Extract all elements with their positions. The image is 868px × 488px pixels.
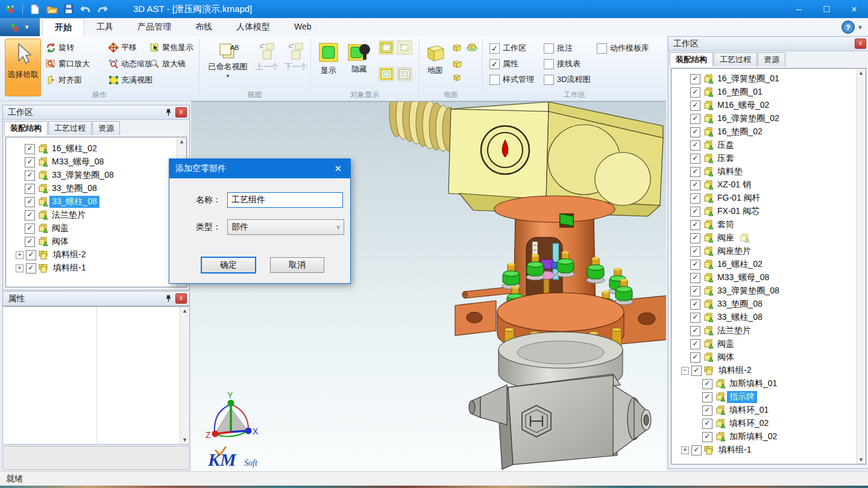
tree-item[interactable]: ✓16_弹簧垫圈_02 (673, 112, 864, 125)
tree-item[interactable]: ✓M16_螺母_02 (673, 99, 864, 112)
tree-item-label[interactable]: M33_螺母_08 (715, 272, 772, 284)
pin-icon[interactable] (163, 294, 173, 304)
tree-item[interactable]: ✓33_螺柱_08 (7, 195, 185, 208)
checkbox-icon[interactable] (544, 75, 554, 85)
tree-item-checkbox[interactable]: ✓ (702, 419, 712, 429)
fit-view-button[interactable]: 充满视图 (108, 74, 153, 87)
ground-small-1-button[interactable] (452, 41, 462, 54)
tree-item[interactable]: ✓法兰垫片 (7, 208, 185, 222)
align-face-button[interactable]: 对齐面 (46, 74, 82, 87)
named-views-button[interactable]: AB 已命名视图 ▼ (204, 39, 252, 95)
workspace-toggle-6[interactable]: 3D流程图 (544, 74, 591, 86)
tree-item-checkbox[interactable]: ✓ (690, 220, 700, 230)
tree-item-checkbox[interactable]: ✓ (690, 87, 700, 98)
dialog-close-icon[interactable]: ✕ (332, 163, 344, 174)
focus-display-button[interactable]: 聚焦显示 (149, 41, 193, 54)
panel-tab-3[interactable]: 资源 (92, 121, 120, 135)
tree-item-checkbox[interactable]: ✓ (690, 286, 700, 296)
tree-item-checkbox[interactable]: ✓ (690, 352, 700, 363)
tree-item-label[interactable]: 加斯填料_02 (727, 431, 779, 443)
tree-item-label[interactable]: 填料环_01 (727, 404, 771, 416)
panel-tab-1[interactable]: 装配结构 (4, 121, 48, 135)
tree-item-checkbox[interactable]: ✓ (691, 445, 702, 455)
tree-item-label[interactable]: FX-01 阀芯 (715, 205, 762, 217)
tree-item-checkbox[interactable]: ✓ (25, 197, 35, 207)
magnifier-button[interactable]: 放大镜 (149, 57, 186, 70)
dynamic-zoom-button[interactable]: 动态缩放 (108, 57, 153, 70)
cancel-button[interactable]: 取消 (270, 257, 324, 273)
close-panel-button[interactable]: x (175, 293, 187, 304)
application-menu-button[interactable]: ▼ (0, 18, 40, 36)
tree-item-checkbox[interactable]: ✓ (25, 210, 35, 221)
tree-item-label[interactable]: 加斯填料_01 (727, 378, 779, 390)
tree-item-checkbox[interactable]: ✓ (690, 326, 700, 336)
workspace-toggle-3[interactable]: 样式管理 (489, 74, 534, 86)
tree-item-checkbox[interactable]: ✓ (25, 170, 35, 181)
tree-item-checkbox[interactable]: ✓ (25, 224, 35, 234)
tree-item[interactable]: ✓阀座 (673, 231, 864, 245)
tree-item[interactable]: ✓阀体 (673, 351, 864, 364)
tree-item-label[interactable]: 33_螺柱_08 (49, 196, 99, 208)
tree-item-checkbox[interactable]: ✓ (690, 180, 700, 190)
close-button[interactable]: ✕ (840, 0, 868, 18)
tree-item[interactable]: +✓填料组-1 (7, 261, 185, 275)
scroll-down-icon[interactable]: ▼ (858, 455, 864, 464)
workspace-toggle-1[interactable]: ✓工作区 (489, 42, 526, 54)
undo-icon[interactable] (79, 3, 92, 15)
tree-item-label[interactable]: 填料环_02 (727, 418, 771, 430)
ribbon-tab-6[interactable]: Web (282, 18, 324, 36)
tree-item-label[interactable]: 阀盖 (715, 338, 737, 350)
tree-item-label[interactable]: 阀盖 (49, 222, 71, 234)
tree-item-checkbox[interactable]: ✓ (702, 432, 712, 442)
tree-item-label[interactable]: XZ-01 销 (715, 179, 753, 191)
ribbon-tab-5[interactable]: 人体模型 (224, 18, 282, 36)
tree-item-label[interactable]: 填料组-1 (51, 262, 88, 274)
display-option-2-button[interactable] (397, 41, 412, 54)
tree-item-label[interactable]: 16_螺柱_02 (715, 258, 765, 271)
tree-item-checkbox[interactable]: ✓ (25, 157, 35, 167)
checkbox-icon[interactable] (544, 59, 554, 69)
type-select[interactable]: 部件 ˅ (227, 219, 344, 235)
tree-item-label[interactable]: 指示牌 (727, 391, 757, 403)
tree-item-label[interactable]: 压盘 (715, 139, 737, 151)
tree-item-checkbox[interactable]: ✓ (690, 207, 700, 217)
tree-item-checkbox[interactable]: ✓ (702, 379, 712, 389)
tree-item[interactable]: +✓填料组-2 (7, 248, 185, 261)
tree-item[interactable]: ✓XZ-01 销 (673, 178, 864, 192)
ribbon-tab-1[interactable]: 开始 (42, 18, 84, 36)
expand-icon[interactable]: + (681, 446, 689, 454)
tree-item[interactable]: ✓16_螺柱_02 (7, 142, 185, 155)
checkbox-icon[interactable]: ✓ (489, 43, 500, 54)
tree-item[interactable]: −✓填料组-2 (673, 364, 864, 377)
tree-item[interactable]: ✓M33_螺母_08 (673, 271, 864, 284)
tree-item[interactable]: ✓压套 (673, 152, 864, 165)
tree-item[interactable]: ✓M33_螺母_08 (7, 155, 185, 169)
tree-scrollbar[interactable]: ▲▼ (856, 69, 866, 464)
tree-item-checkbox[interactable]: ✓ (26, 250, 36, 260)
tree-item[interactable]: ✓阀座垫片 (673, 245, 864, 258)
tree-item-checkbox[interactable]: ✓ (690, 167, 700, 177)
tree-item-label[interactable]: 压套 (715, 152, 737, 164)
tree-item-checkbox[interactable]: ✓ (690, 154, 700, 164)
tree-item[interactable]: ✓33_螺柱_08 (673, 311, 864, 324)
rotate-button[interactable]: 旋转 (46, 41, 74, 54)
tree-item-checkbox[interactable]: ✓ (690, 101, 700, 111)
tree-item-checkbox[interactable]: ✓ (25, 144, 35, 154)
select-pick-button[interactable]: 选择拾取 (5, 39, 41, 96)
show-button[interactable]: 显示 (315, 39, 342, 95)
tree-item-checkbox[interactable]: ✓ (25, 237, 35, 247)
new-file-icon[interactable] (28, 3, 42, 15)
tree-item[interactable]: ✓阀盖 (7, 222, 185, 235)
workspace-toggle-7[interactable]: 动作模板库 (597, 42, 649, 54)
ok-button[interactable]: 确定 (201, 257, 256, 274)
display-option-1-button[interactable] (379, 41, 394, 54)
tree-item-checkbox[interactable]: ✓ (690, 140, 700, 151)
name-input[interactable] (227, 192, 343, 208)
tree-item[interactable]: +✓填料组-1 (673, 443, 864, 457)
scroll-up-icon[interactable]: ▲ (182, 307, 187, 315)
pin-icon[interactable] (163, 108, 173, 117)
expand-icon[interactable]: + (16, 251, 24, 259)
tree-item-checkbox[interactable]: ✓ (690, 299, 700, 310)
tree-item[interactable]: ✓阀盖 (673, 337, 864, 351)
minimize-button[interactable]: ─ (785, 0, 813, 18)
